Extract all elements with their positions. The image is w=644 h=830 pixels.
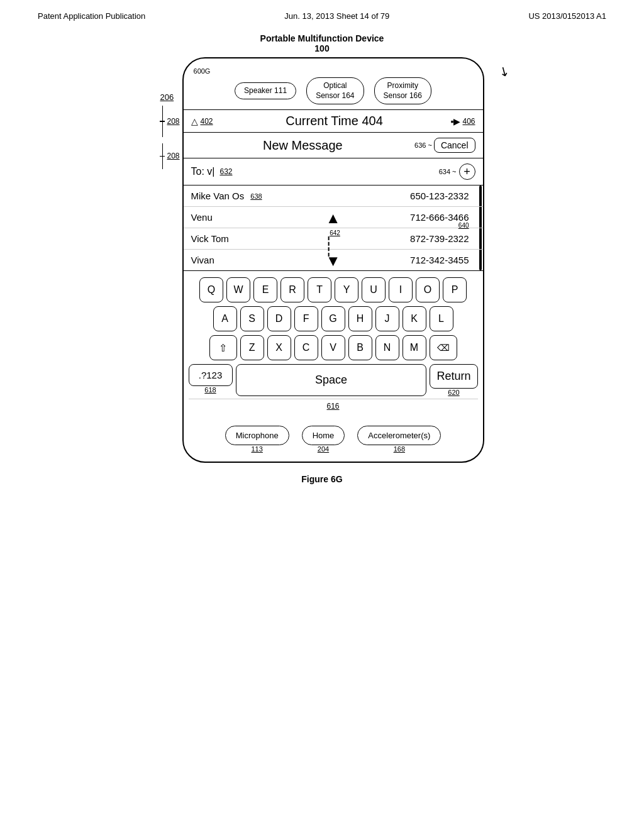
arrow-up-indicator: ▲ <box>326 209 341 227</box>
contact-ref: 638 <box>250 192 262 200</box>
key-t[interactable]: T <box>308 277 331 302</box>
keyboard: Q W E R T Y U I O P A S <box>184 271 483 416</box>
key-y[interactable]: Y <box>335 277 358 302</box>
header-center: Jun. 13, 2013 Sheet 14 of 79 <box>284 11 389 21</box>
key-q[interactable]: Q <box>199 277 223 302</box>
optical-pill: Optical Sensor 164 <box>306 77 364 104</box>
key-v[interactable]: V <box>321 335 345 360</box>
annotation-208-bot: 208 <box>160 143 179 170</box>
accelerometer-wrapper: Accelerometer(s) 168 <box>357 426 441 453</box>
key-s[interactable]: S <box>240 306 264 331</box>
plus-button[interactable]: + <box>459 163 475 180</box>
return-key-wrapper: Return 620 <box>430 364 477 396</box>
contact-name-venu: Venu <box>191 212 213 223</box>
to-ref: 632 <box>219 167 438 176</box>
contact-row[interactable]: Mike Van Os 638 650-123-2332 <box>184 185 483 207</box>
top-section: 600G Speaker 111 Optical Sensor 164 Prox… <box>184 58 483 110</box>
cancel-button[interactable]: Cancel <box>434 138 475 153</box>
contact-row-vivan[interactable]: Vivan ▼ 712-342-3455 <box>184 250 483 270</box>
contact-phone-venu: 712-666-3466 640 <box>410 212 469 223</box>
key-n[interactable]: N <box>375 335 399 360</box>
status-signal-ref: 402 <box>201 117 213 126</box>
600g-label: 600G <box>194 67 473 75</box>
diagram-area: Portable Multifunction Device 100 206 20… <box>77 33 567 484</box>
microphone-button[interactable]: Microphone <box>225 426 289 445</box>
signal-icon: △ <box>191 116 198 126</box>
header-left: Patent Application Publication <box>38 11 145 21</box>
figure-label: Figure 6G <box>301 474 342 484</box>
contact-row-vick[interactable]: Vick Tom 642 872-739-2322 <box>184 228 483 250</box>
key-h[interactable]: H <box>348 306 372 331</box>
key-i[interactable]: I <box>389 277 413 302</box>
corner-arrow: ↘ <box>496 62 513 80</box>
kb-ref: 616 <box>327 402 340 411</box>
key-w[interactable]: W <box>226 277 250 302</box>
to-label: To: v| <box>191 166 215 177</box>
cancel-ref: 636 ~ <box>414 141 432 149</box>
key-delete[interactable]: ⌫ <box>430 335 457 360</box>
accelerometer-button[interactable]: Accelerometer(s) <box>357 426 441 445</box>
side-annotations: 206 208 208 <box>160 57 179 169</box>
key-u[interactable]: U <box>362 277 386 302</box>
device-title: Portable Multifunction Device 100 <box>260 33 384 53</box>
key-row-2: A S D F G H J K L <box>189 306 478 331</box>
contact-list: Mike Van Os 638 650-123-2332 Venu ▲ 712-… <box>184 185 483 271</box>
key-z[interactable]: Z <box>240 335 264 360</box>
key-shift[interactable]: ⇧ <box>209 335 237 360</box>
battery-icon: ▪▶ <box>451 116 461 126</box>
new-message-text: New Message <box>191 138 415 153</box>
page-header: Patent Application Publication Jun. 13, … <box>0 0 644 27</box>
current-time: Current Time 404 <box>218 114 451 128</box>
key-k[interactable]: K <box>402 306 426 331</box>
key-x[interactable]: X <box>267 335 291 360</box>
key-num[interactable]: .?123 <box>189 364 233 386</box>
key-l[interactable]: L <box>430 306 453 331</box>
key-p[interactable]: P <box>443 277 467 302</box>
arrow-down-indicator: ▼ <box>326 252 341 270</box>
home-wrapper: Home 204 <box>302 426 345 453</box>
battery-ref: 406 <box>462 117 475 126</box>
microphone-wrapper: Microphone 113 <box>225 426 289 453</box>
key-c[interactable]: C <box>294 335 318 360</box>
key-row-1: Q W E R T Y U I O P <box>189 277 478 302</box>
annotation-208-top: 208 <box>160 106 179 137</box>
num-key-wrapper: .?123 618 <box>189 364 233 396</box>
key-e[interactable]: E <box>253 277 277 302</box>
main-content: Portable Multifunction Device 100 206 20… <box>0 27 644 503</box>
key-a[interactable]: A <box>213 306 237 331</box>
status-bar: △ 402 Current Time 404 ▪▶ 406 <box>184 110 483 133</box>
accelerometer-ref: 168 <box>394 445 405 453</box>
home-button[interactable]: Home <box>302 426 345 445</box>
key-r[interactable]: R <box>280 277 304 302</box>
contact-phone: 650-123-2332 <box>410 191 469 201</box>
proximity-pill: Proximity Sensor 166 <box>374 77 431 104</box>
device-frame: 600G Speaker 111 Optical Sensor 164 Prox… <box>182 57 484 463</box>
key-space[interactable]: Space <box>236 364 427 396</box>
return-key-ref: 620 <box>448 389 459 396</box>
plus-ref: 634 ~ <box>439 168 457 175</box>
key-o[interactable]: O <box>416 277 440 302</box>
contact-name-vivan: Vivan <box>191 255 214 265</box>
speaker-pill: Speaker 111 <box>235 82 296 100</box>
key-b[interactable]: B <box>348 335 372 360</box>
device-num-label: 206 <box>160 92 179 102</box>
key-return[interactable]: Return <box>430 364 477 389</box>
key-row-bottom: .?123 618 Space Return 620 <box>189 364 478 396</box>
contact-row-venu[interactable]: Venu ▲ 712-666-3466 640 <box>184 207 483 228</box>
contact-phone-vick: 872-739-2322 <box>410 233 469 244</box>
key-row-3: 628 ⇧ Z X C V B N M ⌫ <box>189 335 478 360</box>
num-key-ref: 618 <box>204 386 216 394</box>
key-d[interactable]: D <box>267 306 291 331</box>
contact-name-vick: Vick Tom <box>191 233 229 244</box>
key-j[interactable]: J <box>375 306 399 331</box>
bottom-buttons: Microphone 113 Home 204 Accelerometer(s) <box>184 416 483 462</box>
to-field: To: v| 632 634 ~ + <box>184 158 483 185</box>
contact-name: Mike Van Os <box>191 191 245 201</box>
key-f[interactable]: F <box>294 306 318 331</box>
contact-phone-vivan: 712-342-3455 <box>410 255 469 265</box>
header-right: US 2013/0152013 A1 <box>528 11 606 21</box>
microphone-ref: 113 <box>252 445 263 453</box>
key-g[interactable]: G <box>321 306 345 331</box>
key-m[interactable]: M <box>402 335 426 360</box>
sensors-row: Speaker 111 Optical Sensor 164 Proximity… <box>194 77 473 104</box>
